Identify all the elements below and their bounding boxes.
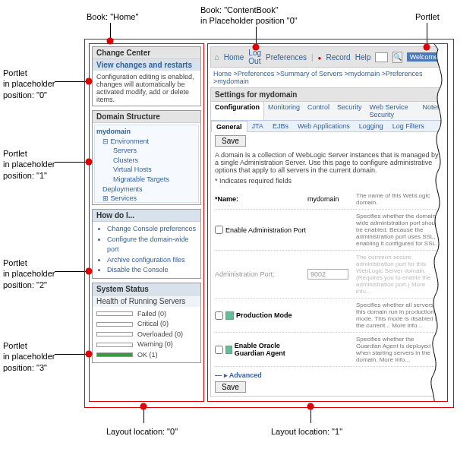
layout-location-1: Home Log Out Preferences | Record Help 🔍… (207, 43, 448, 402)
tree-node-environment[interactable]: ⊟ Environment (102, 137, 197, 147)
status-label: Failed (0) (137, 309, 166, 320)
top-toolbar: Home Log Out Preferences | Record Help 🔍… (210, 46, 445, 68)
tree-node[interactable]: Migratable Targets (113, 175, 197, 185)
help-link[interactable]: Disable the Console (107, 265, 197, 276)
tabs-secondary: General JTA EJBs Web Applications Loggin… (210, 121, 445, 132)
tab-web-applications[interactable]: Web Applications (293, 121, 355, 131)
portlet-domain-structure: Domain Structure mydomain ⊟ Environment … (92, 110, 201, 205)
breadcrumb[interactable]: Home >Preferences >Summary of Servers >m… (210, 68, 445, 87)
callout-dot (86, 351, 93, 358)
tab-ejbs[interactable]: EJBs (268, 121, 293, 131)
search-button[interactable]: 🔍 (392, 52, 402, 63)
logout-link[interactable]: Log Out (248, 49, 261, 65)
portlet-title: How do I... (93, 210, 200, 222)
annotation-layout1: Layout location: "1" (271, 426, 342, 437)
help-link[interactable]: Archive configuration files (107, 255, 197, 266)
callout-dot (86, 159, 93, 166)
portlet-title: Domain Structure (93, 111, 200, 123)
view-changes-link[interactable]: View changes and restarts (93, 59, 200, 71)
callout-dot (307, 403, 314, 410)
status-bar (96, 343, 133, 347)
status-bar (96, 332, 133, 337)
help-link[interactable]: Help (355, 53, 371, 62)
line (55, 354, 87, 355)
portlet-system-status: System Status Health of Running Servers … (92, 283, 201, 364)
tab-security[interactable]: Security (333, 102, 366, 120)
layout-location-0: Change Center View changes and restarts … (89, 43, 204, 402)
line (110, 23, 111, 39)
line (55, 81, 87, 82)
status-row: Overloaded (0) (96, 330, 197, 340)
enable-admin-port-checkbox[interactable] (215, 226, 223, 234)
enable-admin-port-help: Specifies whether the domain-wide admini… (356, 213, 440, 247)
line (55, 271, 87, 272)
status-row: Critical (0) (96, 319, 197, 330)
separator: | (311, 53, 314, 62)
save-button[interactable]: Save (215, 381, 246, 393)
status-bar (96, 352, 133, 357)
guardian-checkbox[interactable] (215, 346, 223, 354)
help-link[interactable]: Change Console preferences (107, 224, 197, 235)
portlet-body: Configuration editing is enabled, change… (93, 71, 200, 106)
tab-web-service-security[interactable]: Web Service Security (366, 102, 419, 120)
page-description: A domain is a collection of WebLogic Ser… (215, 151, 440, 174)
advanced-toggle[interactable]: — ▸ Advanced (215, 371, 440, 379)
name-label: *Name: (215, 195, 238, 203)
tree-node[interactable]: Deployments (102, 185, 197, 194)
status-label: OK (1) (137, 350, 158, 361)
production-mode-help: Specifies whether all servers in this do… (356, 302, 440, 329)
annotation-portlet: Portlet (415, 11, 440, 22)
restart-icon (225, 311, 234, 320)
preferences-link[interactable]: Preferences (266, 53, 307, 62)
status-bar (96, 311, 133, 316)
tree-root[interactable]: mydomain (96, 127, 197, 137)
status-row: OK (1) (96, 350, 197, 361)
tree-node[interactable]: ⊞ Services (102, 194, 197, 203)
row-guardian: Enable Oracle Guardian Agent Specifies w… (215, 333, 440, 367)
tab-configuration[interactable]: Configuration (211, 102, 264, 120)
search-input[interactable] (375, 52, 387, 62)
admin-port-label: Administration Port: (215, 270, 307, 278)
row-production-mode: Production Mode Specifies whether all se… (215, 299, 440, 333)
status-row: Failed (0) (96, 309, 197, 320)
guardian-label: Enable Oracle Guardian Agent (235, 342, 307, 357)
portlet-title: System Status (93, 283, 200, 295)
home-icon (214, 52, 219, 62)
settings-body: Save A domain is a collection of WebLogi… (210, 132, 445, 397)
tree-node[interactable]: Virtual Hosts (113, 165, 197, 175)
tab-monitoring[interactable]: Monitoring (264, 102, 304, 120)
portlet-title: Change Center (93, 47, 200, 59)
book-home: Change Center View changes and restarts … (84, 39, 454, 408)
callout-dot (86, 268, 93, 275)
tab-general[interactable]: General (211, 121, 247, 132)
welcome-badge: Welcome (407, 52, 441, 62)
tabs-primary: Configuration Monitoring Control Securit… (210, 101, 445, 121)
tab-control[interactable]: Control (304, 102, 333, 120)
annotation-p2: Portlet in placeholder position: "2" (3, 258, 55, 290)
tab-jta[interactable]: JTA (247, 121, 268, 131)
annotation-book-home: Book: "Home" (87, 11, 138, 22)
admin-port-input[interactable] (307, 269, 348, 280)
home-link[interactable]: Home (224, 53, 244, 62)
callout-dot (424, 44, 430, 51)
tab-logging[interactable]: Logging (355, 121, 388, 131)
status-label: Warning (0) (137, 340, 173, 350)
name-help: The name of this WebLogic domain. (356, 192, 440, 206)
tab-log-filters[interactable]: Log Filters (388, 121, 429, 131)
restart-icon (225, 346, 232, 354)
line (55, 162, 87, 163)
row-admin-port: Administration Port: The common secure a… (215, 251, 440, 299)
line (143, 408, 144, 423)
name-value: mydomain (307, 195, 353, 203)
production-mode-checkbox[interactable] (215, 311, 223, 320)
tree-node[interactable]: Clusters (113, 156, 197, 166)
annotation-p3: Portlet in placeholder position: "3" (3, 340, 55, 373)
save-button[interactable]: Save (215, 135, 246, 147)
record-link[interactable]: Record (326, 53, 350, 62)
tree-node[interactable]: Servers (113, 146, 197, 156)
tab-notes[interactable]: Notes (418, 102, 444, 120)
callout-dot (107, 38, 114, 45)
status-label: Critical (0) (137, 319, 169, 330)
help-link[interactable]: Configure the domain-wide port (107, 235, 197, 255)
domain-tree[interactable]: mydomain ⊟ Environment Servers Clusters … (94, 125, 199, 203)
